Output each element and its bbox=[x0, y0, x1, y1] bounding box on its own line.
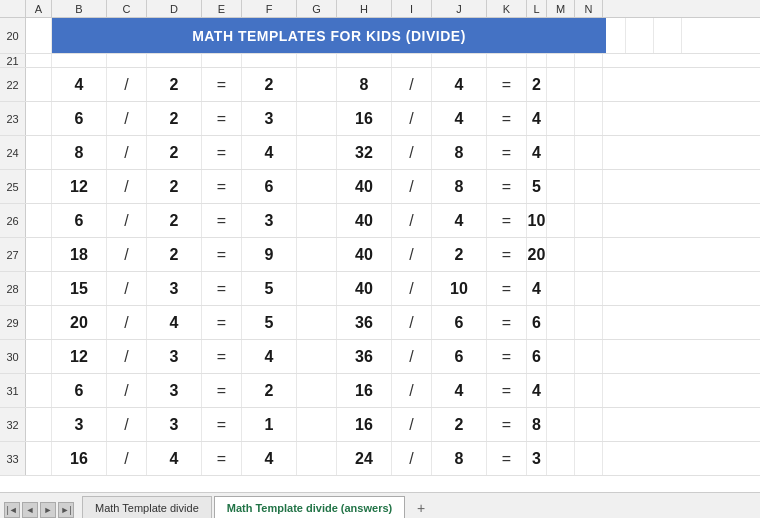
cell-23-D: 2 bbox=[147, 102, 202, 135]
row-28: 2815/3=540/10=4 bbox=[0, 272, 760, 306]
cell-32-K: = bbox=[487, 408, 527, 441]
cell-27-J: 2 bbox=[432, 238, 487, 271]
rownum-29: 29 bbox=[0, 306, 26, 339]
tab-bar: |◄ ◄ ► ►| Math Template divide Math Temp… bbox=[0, 492, 760, 518]
cell-30-D: 3 bbox=[147, 340, 202, 373]
cell-31-D: 3 bbox=[147, 374, 202, 407]
cell-33-A bbox=[26, 442, 52, 475]
cell-30-C: / bbox=[107, 340, 147, 373]
cell-24-J: 8 bbox=[432, 136, 487, 169]
cell-25-K: = bbox=[487, 170, 527, 203]
row-25: 2512/2=640/8=5 bbox=[0, 170, 760, 204]
cell-32-N bbox=[575, 408, 603, 441]
cell-28-I: / bbox=[392, 272, 432, 305]
cell-24-H: 32 bbox=[337, 136, 392, 169]
cell-26-F: 3 bbox=[242, 204, 297, 237]
cell-28-F: 5 bbox=[242, 272, 297, 305]
cell-24-L: 4 bbox=[527, 136, 547, 169]
grid-body: 20 MATH TEMPLATES FOR KIDS (DIVIDE) 21 bbox=[0, 18, 760, 492]
cell-28-L: 4 bbox=[527, 272, 547, 305]
cell-23-M bbox=[547, 102, 575, 135]
cell-33-I: / bbox=[392, 442, 432, 475]
cell-30-M bbox=[547, 340, 575, 373]
cell-22-K: = bbox=[487, 68, 527, 101]
cell-22-N bbox=[575, 68, 603, 101]
cell-28-B: 15 bbox=[52, 272, 107, 305]
cell-24-D: 2 bbox=[147, 136, 202, 169]
cell-27-I: / bbox=[392, 238, 432, 271]
cell-29-A bbox=[26, 306, 52, 339]
cell-26-G bbox=[297, 204, 337, 237]
cell-27-E: = bbox=[202, 238, 242, 271]
cell-26-H: 40 bbox=[337, 204, 392, 237]
rownum-22: 22 bbox=[0, 68, 26, 101]
tab-nav-first[interactable]: |◄ bbox=[4, 502, 20, 518]
tab-navigation[interactable]: |◄ ◄ ► ►| bbox=[4, 502, 76, 518]
cell-28-K: = bbox=[487, 272, 527, 305]
col-header-row: A B C D E F G H I J K L M N bbox=[0, 0, 760, 18]
cell-31-H: 16 bbox=[337, 374, 392, 407]
row-23: 236/2=316/4=4 bbox=[0, 102, 760, 136]
cell-25-E: = bbox=[202, 170, 242, 203]
tab-add-button[interactable]: + bbox=[411, 498, 431, 518]
col-header-F: F bbox=[242, 0, 297, 17]
col-header-I: I bbox=[392, 0, 432, 17]
tab-math-template-divide-answers[interactable]: Math Template divide (answers) bbox=[214, 496, 405, 518]
tab-nav-prev[interactable]: ◄ bbox=[22, 502, 38, 518]
rownum-21: 21 bbox=[0, 54, 26, 67]
rownum-20: 20 bbox=[0, 18, 26, 53]
cell-31-F: 2 bbox=[242, 374, 297, 407]
corner-cell bbox=[0, 0, 26, 17]
cell-30-I: / bbox=[392, 340, 432, 373]
cell-29-C: / bbox=[107, 306, 147, 339]
cell-33-E: = bbox=[202, 442, 242, 475]
cell-25-B: 12 bbox=[52, 170, 107, 203]
row-32: 323/3=116/2=8 bbox=[0, 408, 760, 442]
cell-26-C: / bbox=[107, 204, 147, 237]
cell-32-L: 8 bbox=[527, 408, 547, 441]
cell-27-B: 18 bbox=[52, 238, 107, 271]
cell-33-G bbox=[297, 442, 337, 475]
cell-25-I: / bbox=[392, 170, 432, 203]
title-cell: MATH TEMPLATES FOR KIDS (DIVIDE) bbox=[52, 18, 606, 53]
cell-23-E: = bbox=[202, 102, 242, 135]
cell-27-D: 2 bbox=[147, 238, 202, 271]
cell-31-B: 6 bbox=[52, 374, 107, 407]
cell-28-H: 40 bbox=[337, 272, 392, 305]
cell-24-K: = bbox=[487, 136, 527, 169]
tab-nav-last[interactable]: ►| bbox=[58, 502, 74, 518]
cell-22-B: 4 bbox=[52, 68, 107, 101]
cell-28-M bbox=[547, 272, 575, 305]
row-21: 21 bbox=[0, 54, 760, 68]
cell-30-J: 6 bbox=[432, 340, 487, 373]
cell-20-M bbox=[626, 18, 654, 53]
cell-26-A bbox=[26, 204, 52, 237]
cell-24-N bbox=[575, 136, 603, 169]
cell-32-E: = bbox=[202, 408, 242, 441]
cell-28-G bbox=[297, 272, 337, 305]
cell-33-K: = bbox=[487, 442, 527, 475]
cell-25-L: 5 bbox=[527, 170, 547, 203]
cell-26-K: = bbox=[487, 204, 527, 237]
cell-30-F: 4 bbox=[242, 340, 297, 373]
tab-math-template-divide[interactable]: Math Template divide bbox=[82, 496, 212, 518]
cell-29-M bbox=[547, 306, 575, 339]
cell-25-J: 8 bbox=[432, 170, 487, 203]
rownum-28: 28 bbox=[0, 272, 26, 305]
row-22: 224/2=28/4=2 bbox=[0, 68, 760, 102]
cell-27-M bbox=[547, 238, 575, 271]
cell-22-C: / bbox=[107, 68, 147, 101]
row-20: 20 MATH TEMPLATES FOR KIDS (DIVIDE) bbox=[0, 18, 760, 54]
cell-30-H: 36 bbox=[337, 340, 392, 373]
col-header-D: D bbox=[147, 0, 202, 17]
cell-28-A bbox=[26, 272, 52, 305]
cell-22-F: 2 bbox=[242, 68, 297, 101]
cell-28-C: / bbox=[107, 272, 147, 305]
tab-nav-next[interactable]: ► bbox=[40, 502, 56, 518]
row-27: 2718/2=940/2=20 bbox=[0, 238, 760, 272]
cell-25-C: / bbox=[107, 170, 147, 203]
cell-29-K: = bbox=[487, 306, 527, 339]
cell-25-G bbox=[297, 170, 337, 203]
cell-24-M bbox=[547, 136, 575, 169]
cell-29-J: 6 bbox=[432, 306, 487, 339]
